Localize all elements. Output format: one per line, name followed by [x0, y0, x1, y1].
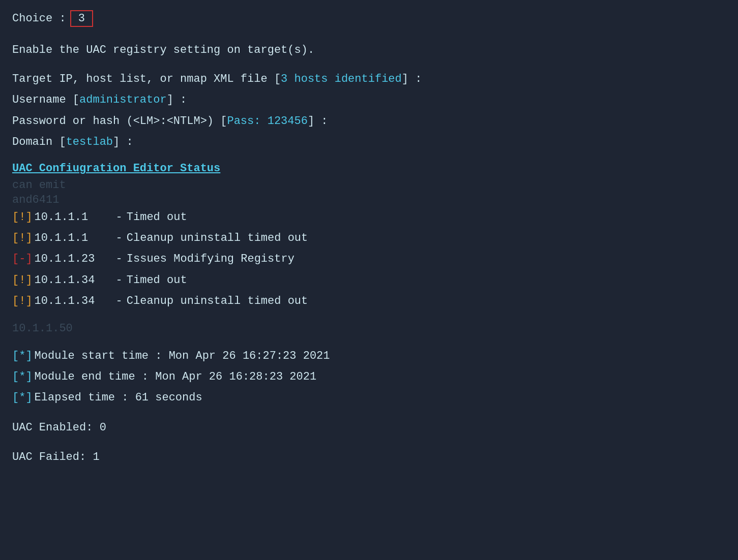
faded-line-2: and6411 [12, 194, 726, 206]
status-ip-0: 10.1.1.1 [35, 208, 116, 226]
prompt-username-value: administrator [79, 94, 167, 106]
choice-label: Choice : [12, 12, 66, 25]
description-text: Enable the UAC registry setting on targe… [12, 44, 314, 56]
status-line-4: [!] 10.1.1.34 - Cleanup uninstall timed … [12, 292, 726, 310]
prompt-username-label: Username [ [12, 94, 79, 106]
status-dash-0: - [116, 208, 123, 226]
timing-bracket-0: [*] [12, 347, 33, 365]
prompt-username: Username [administrator] : [12, 91, 726, 109]
status-line-1: [!] 10.1.1.1 - Cleanup uninstall timed o… [12, 229, 726, 247]
prompt-password-suffix: ] : [308, 115, 328, 128]
choice-line: Choice : 3 [12, 10, 726, 27]
status-ip-4: 10.1.1.34 [35, 292, 116, 310]
prompt-domain: Domain [testlab] : [12, 133, 726, 151]
prompt-password: Password or hash (<LM>:<NTLM>) [Pass: 12… [12, 112, 726, 130]
status-dash-2: - [116, 250, 123, 268]
faded-text-2: and6411 [12, 194, 59, 206]
status-bracket-4: [!] [12, 292, 33, 310]
status-msg-2: Issues Modifying Registry [127, 250, 294, 268]
status-msg-3: Timed out [127, 271, 187, 289]
status-msg-0: Timed out [127, 208, 187, 226]
prompt-password-value: Pass: 123456 [227, 115, 307, 128]
faded-ip-text: 10.1.1.50 [12, 322, 73, 335]
status-dash-1: - [116, 229, 123, 247]
status-bracket-2: [-] [12, 250, 33, 268]
faded-line-1: can emit [12, 179, 726, 192]
prompt-target-label: Target IP, host list, or nmap XML file [ [12, 73, 281, 85]
status-msg-4: Cleanup uninstall timed out [127, 292, 308, 310]
prompt-target-value: 3 hosts identified [281, 73, 402, 85]
status-ip-2: 10.1.1.23 [35, 250, 116, 268]
timing-line-0: [*] Module start time : Mon Apr 26 16:27… [12, 347, 726, 365]
status-ip-3: 10.1.1.34 [35, 271, 116, 289]
faded-text-1: can emit [12, 179, 66, 192]
status-ip-1: 10.1.1.1 [35, 229, 116, 247]
prompt-target-suffix: ] : [402, 73, 422, 85]
timing-line-1: [*] Module end time : Mon Apr 26 16:28:2… [12, 368, 726, 386]
uac-header-text: UAC Confiugration Editor Status [12, 162, 220, 175]
description-line: Enable the UAC registry setting on targe… [12, 41, 726, 59]
prompt-target: Target IP, host list, or nmap XML file [… [12, 70, 726, 88]
timing-label-1: Module end time : Mon Apr 26 16:28:23 20… [35, 368, 317, 386]
timing-bracket-2: [*] [12, 389, 33, 407]
timing-label-2: Elapsed time : 61 seconds [35, 389, 202, 407]
choice-value: 3 [78, 12, 85, 25]
status-msg-1: Cleanup uninstall timed out [127, 229, 308, 247]
prompt-domain-suffix: ] : [113, 136, 133, 148]
timing-line-2: [*] Elapsed time : 61 seconds [12, 389, 726, 407]
status-bracket-0: [!] [12, 208, 33, 226]
uac-header: UAC Confiugration Editor Status [12, 162, 726, 175]
status-line-0: [!] 10.1.1.1 - Timed out [12, 208, 726, 226]
status-dash-3: - [116, 271, 123, 289]
uac-enabled-line: UAC Enabled: 0 [12, 419, 726, 437]
faded-ip-line: 10.1.1.50 [12, 322, 726, 335]
choice-value-box: 3 [70, 10, 93, 27]
timing-bracket-1: [*] [12, 368, 33, 386]
prompt-domain-label: Domain [ [12, 136, 66, 148]
uac-failed-text: UAC Failed: 1 [12, 451, 100, 463]
uac-enabled-text: UAC Enabled: 0 [12, 421, 106, 434]
prompt-password-label: Password or hash (<LM>:<NTLM>) [ [12, 115, 227, 128]
timing-label-0: Module start time : Mon Apr 26 16:27:23 … [35, 347, 330, 365]
prompt-username-suffix: ] : [167, 94, 187, 106]
status-bracket-3: [!] [12, 271, 33, 289]
status-line-2: [-] 10.1.1.23 - Issues Modifying Registr… [12, 250, 726, 268]
prompt-domain-value: testlab [66, 136, 113, 148]
status-dash-4: - [116, 292, 123, 310]
status-line-3: [!] 10.1.1.34 - Timed out [12, 271, 726, 289]
uac-failed-line: UAC Failed: 1 [12, 448, 726, 466]
status-bracket-1: [!] [12, 229, 33, 247]
